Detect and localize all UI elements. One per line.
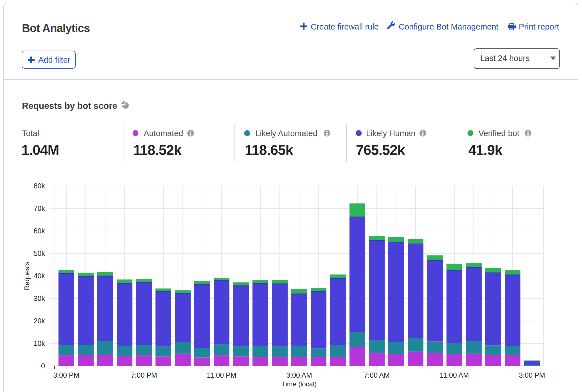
- svg-text:80k: 80k: [34, 182, 45, 190]
- svg-text:7:00 PM: 7:00 PM: [131, 371, 157, 379]
- svg-text:50k: 50k: [34, 249, 45, 257]
- svg-text:Requests: Requests: [23, 262, 31, 290]
- svg-text:3:00 PM: 3:00 PM: [519, 371, 545, 379]
- svg-text:40k: 40k: [34, 272, 45, 280]
- svg-text:11:00 AM: 11:00 AM: [440, 371, 469, 379]
- svg-text:20k: 20k: [34, 317, 45, 325]
- svg-text:30k: 30k: [34, 294, 45, 302]
- svg-text:Time (local): Time (local): [282, 380, 317, 388]
- svg-text:60k: 60k: [34, 227, 45, 235]
- svg-text:0: 0: [41, 362, 45, 370]
- svg-text:7:00 AM: 7:00 AM: [364, 371, 390, 379]
- svg-text:3:00 AM: 3:00 AM: [286, 371, 312, 379]
- svg-text:70k: 70k: [34, 204, 45, 212]
- svg-text:11:00 PM: 11:00 PM: [207, 371, 236, 379]
- svg-text:3:00 PM: 3:00 PM: [53, 371, 79, 379]
- svg-text:10k: 10k: [34, 339, 45, 347]
